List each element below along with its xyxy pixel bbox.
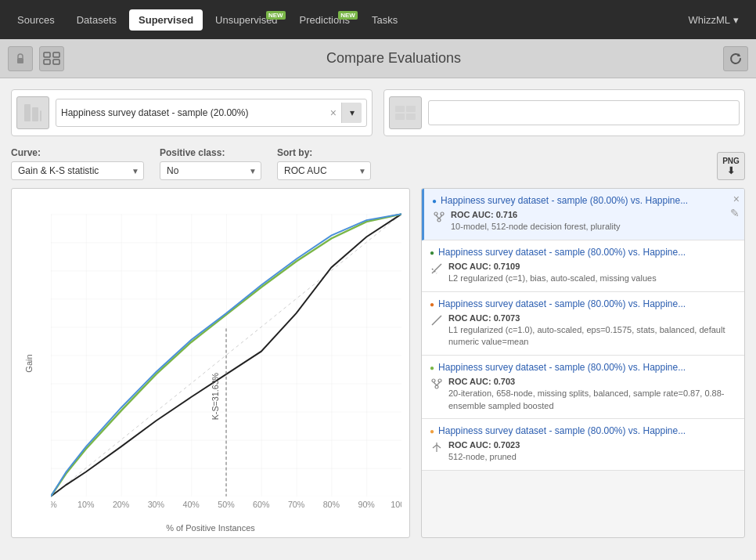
svg-line-48 [434,382,437,385]
eval-meta-text: ROC AUC: 0.7023 512-node, pruned [448,439,520,464]
x-axis-label: % of Positive Instances [166,523,255,533]
eval-meta-text: ROC AUC: 0.703 20-iteration, 658-node, m… [448,376,736,412]
nav-whizzml[interactable]: WhizzML ▾ [679,9,748,31]
linear-icon [430,262,444,276]
nav-unsupervised[interactable]: Unsupervised NEW [206,9,287,31]
linear-icon [430,313,444,327]
svg-point-47 [435,385,438,388]
evaluation-item[interactable]: Happiness survey dataset - sample (80.00… [422,292,744,356]
toolbar: Compare Evaluations [0,39,756,78]
svg-rect-1 [44,52,50,57]
positive-class-label: Positive class: [160,147,261,158]
eval-meta-text: ROC AUC: 0.716 10-model, 512-node decisi… [451,209,620,233]
eval-title[interactable]: Happiness survey dataset - sample (80.00… [430,425,736,436]
right-dataset-selector [383,89,745,136]
curve-label: Curve: [11,147,144,158]
dataset-selectors-row: Happiness survey dataset - sample (20.00… [11,89,745,136]
nav-tasks[interactable]: Tasks [362,9,407,31]
left-dataset-clear[interactable]: × [330,107,337,119]
evaluation-item[interactable]: Happiness survey dataset - sample (80.00… [422,189,744,240]
left-dataset-selector: Happiness survey dataset - sample (20.00… [11,89,373,136]
eval-title[interactable]: Happiness survey dataset - sample (80.00… [432,195,736,206]
gain-chart: Gain 100% 90% 80% 70% 60% 50% 40% 30% [11,188,410,538]
svg-rect-0 [17,58,23,63]
eval-meta: ROC AUC: 0.716 10-model, 512-node decisi… [432,209,736,233]
nav-datasets[interactable]: Datasets [67,9,126,31]
svg-text:100%: 100% [391,500,401,509]
svg-line-41 [436,215,439,219]
eval-title[interactable]: Happiness survey dataset - sample (80.00… [430,298,736,309]
svg-rect-5 [24,104,31,121]
svg-rect-6 [32,107,38,121]
svg-text:20%: 20% [113,500,130,509]
lock-icon[interactable] [8,46,33,71]
curve-select[interactable]: Gain & K-S statistic ROC Precision-Recal… [11,161,144,180]
svg-rect-7 [40,110,41,121]
sort-by-label: Sort by: [277,147,371,158]
page-title: Compare Evaluations [70,50,717,67]
svg-line-44 [432,316,441,325]
chart-list-row: Gain 100% 90% 80% 70% 60% 50% 40% 30% [11,188,745,538]
eval-title[interactable]: Happiness survey dataset - sample (80.00… [430,362,736,373]
forest-icon [430,377,444,391]
top-nav: Sources Datasets Supervised Unsupervised… [0,0,756,39]
svg-text:10%: 10% [77,500,95,509]
nav-sources[interactable]: Sources [8,9,64,31]
left-dataset-input-wrap: Happiness survey dataset - sample (20.00… [56,99,367,127]
svg-line-42 [439,215,442,219]
whizzml-chevron-icon: ▾ [733,14,739,26]
svg-text:K-S=31.63%: K-S=31.63% [211,372,220,420]
svg-rect-9 [395,114,405,120]
svg-text:50%: 50% [218,500,235,509]
chart-svg: 100% 90% 80% 70% 60% 50% 40% 30% 20% 10%… [51,197,401,514]
svg-text:80%: 80% [323,500,340,509]
svg-text:60%: 60% [253,500,270,509]
curve-select-wrap: Gain & K-S statistic ROC Precision-Recal… [11,161,144,180]
evaluation-item[interactable]: Happiness survey dataset - sample (80.00… [422,419,744,471]
svg-text:0%: 0% [51,500,57,509]
left-dataset-value: Happiness survey dataset - sample (20.00… [61,107,330,118]
predictions-badge: NEW [338,11,358,20]
svg-rect-8 [395,106,405,112]
eval-meta: ROC AUC: 0.703 20-iteration, 658-node, m… [430,376,736,412]
png-download-button[interactable]: PNG ⬇ [717,152,745,180]
svg-point-45 [432,379,435,382]
eval-edit-icon[interactable]: ✎ [730,208,740,219]
eval-title[interactable]: Happiness survey dataset - sample (80.00… [430,247,736,258]
compare-icon[interactable] [39,46,64,71]
svg-line-51 [433,445,437,448]
eval-meta: ROC AUC: 0.7109 L2 regularized (c=1), bi… [430,261,736,285]
sort-by-select[interactable]: ROC AUC Accuracy F1 [277,161,371,180]
y-axis-label: Gain [24,354,34,372]
right-dataset-icon [389,96,422,129]
positive-class-select-wrap: No Yes [160,161,261,180]
right-dataset-input[interactable] [428,100,740,125]
sort-by-select-wrap: ROC AUC Accuracy F1 [277,161,371,180]
svg-point-39 [441,212,444,215]
nav-predictions[interactable]: Predictions NEW [290,9,359,31]
svg-line-52 [437,445,441,448]
controls-row: Curve: Gain & K-S statistic ROC Precisio… [11,147,745,180]
evaluations-list: Happiness survey dataset - sample (80.00… [421,188,745,538]
tree-icon [430,440,444,454]
svg-text:40%: 40% [182,500,200,509]
curve-control: Curve: Gain & K-S statistic ROC Precisio… [11,147,144,180]
evaluation-item[interactable]: Happiness survey dataset - sample (80.00… [422,356,744,419]
eval-meta: ROC AUC: 0.7023 512-node, pruned [430,439,736,464]
eval-close-icon[interactable]: × [733,193,740,204]
svg-line-43 [432,264,441,273]
forest-icon [432,210,446,224]
svg-rect-2 [44,60,50,64]
left-dataset-icon [16,96,49,129]
unsupervised-badge: NEW [266,11,286,20]
svg-text:70%: 70% [288,500,305,509]
refresh-icon[interactable] [723,46,748,71]
svg-line-49 [437,382,440,385]
sort-by-control: Sort by: ROC AUC Accuracy F1 [277,147,371,180]
nav-supervised[interactable]: Supervised [129,9,203,31]
left-dataset-dropdown[interactable]: ▾ [341,103,362,123]
evaluation-item[interactable]: Happiness survey dataset - sample (80.00… [422,240,744,292]
svg-rect-10 [406,106,416,112]
positive-class-select[interactable]: No Yes [160,161,261,180]
eval-meta: ROC AUC: 0.7073 L1 regularized (c=1.0), … [430,313,736,349]
